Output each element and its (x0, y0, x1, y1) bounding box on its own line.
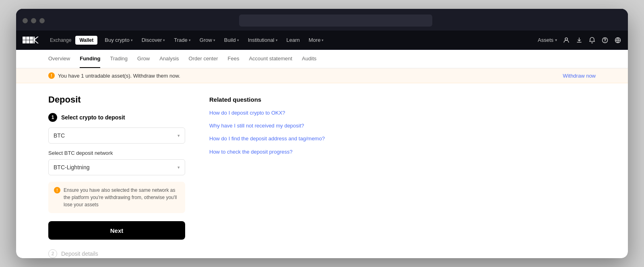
step2-badge: 2 (48, 249, 57, 258)
step2-label: Deposit details (61, 251, 98, 257)
subnav-fees[interactable]: Fees (228, 50, 239, 68)
nav-item-learn[interactable]: Learn (283, 35, 304, 45)
traffic-light-minimize[interactable] (31, 18, 36, 23)
step1-header: 1 Select crypto to deposit (48, 113, 185, 122)
crypto-dropdown-wrapper: BTC ▾ (48, 127, 185, 144)
network-value: BTC-Lightning (54, 164, 90, 170)
rq-link-1[interactable]: Why have I still not received my deposit… (209, 123, 304, 129)
chevron-down-icon: ▾ (189, 38, 191, 42)
nav-menu: Buy crypto ▾ Discover ▾ Trade ▾ Grow ▾ B… (101, 35, 328, 45)
bell-icon[interactable] (588, 37, 596, 44)
crypto-dropdown[interactable]: BTC ▾ (48, 127, 185, 144)
page-body: Deposit 1 Select crypto to deposit BTC ▾… (16, 83, 628, 258)
warning-icon: ! (48, 72, 55, 79)
warning-box: ! Ensure you have also selected the same… (48, 182, 185, 213)
logo-area (23, 37, 39, 44)
rq-item-3[interactable]: How to check the deposit progress? (209, 148, 596, 156)
next-button[interactable]: Next (48, 221, 185, 240)
subnav-overview[interactable]: Overview (48, 50, 70, 68)
address-bar[interactable] (239, 14, 432, 27)
nav-item-institutional[interactable]: Institutional ▾ (244, 35, 282, 45)
user-icon[interactable] (563, 37, 570, 44)
svg-point-8 (565, 38, 568, 40)
svg-rect-0 (23, 37, 26, 40)
nav-item-buy-crypto[interactable]: Buy crypto ▾ (101, 35, 136, 45)
main-content: Overview Funding Trading Grow Analysis O… (16, 50, 628, 258)
subnav-funding[interactable]: Funding (80, 50, 100, 68)
rq-link-2[interactable]: How do I find the deposit address and ta… (209, 136, 325, 142)
network-dropdown[interactable]: BTC-Lightning ▾ (48, 159, 185, 175)
deposit-section: Deposit 1 Select crypto to deposit BTC ▾… (48, 94, 185, 247)
step1-badge: 1 (48, 113, 57, 122)
related-questions: Related questions How do I deposit crypt… (209, 94, 596, 247)
nav-tabs: Exchange Wallet (46, 36, 97, 45)
chevron-down-icon: ▾ (178, 165, 180, 170)
rq-link-3[interactable]: How to check the deposit progress? (209, 149, 293, 155)
subnav-grow[interactable]: Grow (137, 50, 150, 68)
chevron-down-icon: ▾ (178, 133, 180, 138)
network-dropdown-wrapper: BTC-Lightning ▾ (48, 159, 185, 175)
subnav-audits[interactable]: Audits (302, 50, 316, 68)
subnav-trading[interactable]: Trading (110, 50, 128, 68)
browser-window: Exchange Wallet Buy crypto ▾ Discover ▾ … (16, 9, 628, 258)
svg-point-10 (605, 41, 605, 42)
rq-item-0[interactable]: How do I deposit crypto to OKX? (209, 109, 596, 117)
nav-bar: Exchange Wallet Buy crypto ▾ Discover ▾ … (16, 31, 628, 50)
assets-button[interactable]: Assets ▾ (538, 37, 557, 43)
chevron-down-icon: ▾ (322, 38, 324, 42)
traffic-light-close[interactable] (23, 18, 28, 23)
step2-header: 2 Deposit details (48, 249, 185, 258)
warning-text: Ensure you have also selected the same n… (64, 187, 180, 208)
tab-exchange[interactable]: Exchange (46, 36, 75, 45)
warning-circle-icon: ! (54, 187, 60, 193)
browser-chrome (16, 9, 628, 31)
rq-item-2[interactable]: How do I find the deposit address and ta… (209, 135, 596, 142)
crypto-value: BTC (54, 132, 65, 139)
withdraw-now-link[interactable]: Withdraw now (563, 73, 596, 79)
chevron-down-icon: ▾ (555, 38, 557, 42)
chevron-down-icon: ▾ (131, 38, 133, 42)
rq-item-1[interactable]: Why have I still not received my deposit… (209, 122, 596, 129)
banner-left: ! You have 1 untradable asset(s). Withdr… (48, 72, 180, 79)
okx-logo-icon[interactable] (23, 37, 39, 44)
nav-item-more[interactable]: More ▾ (305, 35, 328, 45)
globe-icon[interactable] (614, 37, 621, 44)
subnav-order-center[interactable]: Order center (189, 50, 218, 68)
download-icon[interactable] (576, 37, 583, 44)
step1-label: Select crypto to deposit (61, 114, 125, 121)
traffic-lights (23, 18, 45, 23)
nav-item-build[interactable]: Build ▾ (220, 35, 243, 45)
banner-text: You have 1 untradable asset(s). Withdraw… (58, 73, 180, 79)
deposit-title: Deposit (48, 94, 185, 105)
related-questions-title: Related questions (209, 96, 596, 103)
tab-wallet[interactable]: Wallet (75, 36, 97, 45)
help-icon[interactable] (601, 37, 609, 44)
chevron-down-icon: ▾ (213, 38, 215, 42)
chevron-down-icon: ▾ (163, 38, 165, 42)
chevron-down-icon: ▾ (237, 38, 239, 42)
chevron-down-icon: ▾ (276, 38, 278, 42)
svg-rect-4 (26, 40, 29, 43)
svg-rect-5 (30, 40, 33, 43)
sub-nav: Overview Funding Trading Grow Analysis O… (16, 50, 628, 68)
nav-item-trade[interactable]: Trade ▾ (170, 35, 194, 45)
nav-item-discover[interactable]: Discover ▾ (138, 35, 169, 45)
subnav-analysis[interactable]: Analysis (159, 50, 179, 68)
nav-item-grow[interactable]: Grow ▾ (196, 35, 219, 45)
svg-rect-2 (30, 37, 33, 40)
subnav-account-statement[interactable]: Account statement (249, 50, 292, 68)
rq-link-0[interactable]: How do I deposit crypto to OKX? (209, 110, 285, 116)
nav-right: Assets ▾ (538, 37, 621, 44)
svg-rect-1 (26, 37, 29, 40)
traffic-light-maximize[interactable] (39, 18, 45, 23)
svg-rect-3 (23, 40, 26, 43)
browser-titlebar (23, 14, 621, 27)
network-label: Select BTC deposit network (48, 150, 185, 156)
banner: ! You have 1 untradable asset(s). Withdr… (16, 68, 628, 83)
